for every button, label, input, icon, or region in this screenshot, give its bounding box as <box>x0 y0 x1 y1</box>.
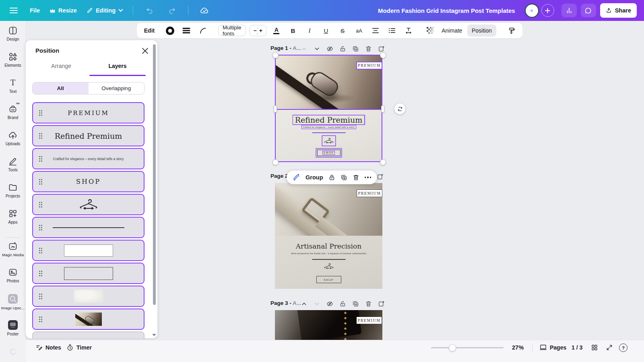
animate-button[interactable]: Animate <box>446 25 458 36</box>
layer-item-line-shape[interactable] <box>32 217 144 238</box>
page-1-label[interactable]: Page 1 - A... <box>270 45 301 51</box>
layer-item-caption-text[interactable]: Crafted for elegance – every detail tell… <box>32 148 144 169</box>
page-1-canvas[interactable]: PREMIUM Refined Premium Crafted for eleg… <box>275 55 382 162</box>
page-3-canvas[interactable]: PREMIUM <box>275 310 382 340</box>
text-case-button[interactable]: aA <box>353 25 365 36</box>
sidebar-item-elements[interactable]: Elements <box>0 52 26 68</box>
pages-button[interactable]: Pages <box>539 344 566 351</box>
italic-button[interactable]: I <box>303 25 316 36</box>
grid-view-button[interactable] <box>591 344 598 351</box>
duplicate-selection-button[interactable] <box>341 174 347 181</box>
page-1-subheading[interactable]: Crafted for elegance – every detail tell… <box>301 125 355 129</box>
layer-item-shop-text[interactable]: SHOP <box>32 171 144 192</box>
text-spacing-button[interactable] <box>402 25 415 36</box>
zoom-percentage[interactable]: 27% <box>512 344 524 351</box>
cloud-save-status[interactable] <box>198 5 211 16</box>
add-page-button[interactable] <box>378 300 385 307</box>
duplicate-page-button[interactable] <box>352 300 359 307</box>
strikethrough-button[interactable]: S <box>336 25 349 36</box>
page-2-divider-line[interactable] <box>312 259 345 260</box>
layer-item-paper-texture[interactable] <box>32 286 144 307</box>
tab-arrange[interactable]: Arrange <box>33 63 89 69</box>
help-button[interactable]: ? <box>619 343 627 352</box>
redo-button[interactable] <box>165 5 178 16</box>
group-button[interactable]: Group <box>305 174 323 181</box>
panel-scrollbar[interactable] <box>153 44 156 305</box>
layer-item-partial[interactable] <box>32 331 144 338</box>
resize-button[interactable]: Resize <box>50 7 77 14</box>
bold-button[interactable]: B <box>287 25 299 36</box>
page-1-heading[interactable]: Refined Premium <box>293 115 364 124</box>
sidebar-item-projects[interactable]: Projects <box>0 183 26 198</box>
add-page-button[interactable] <box>378 45 385 52</box>
font-size-increase[interactable]: + <box>259 27 262 34</box>
sidebar-item-image-upscaler[interactable]: Image Upsc... <box>0 294 26 310</box>
hamburger-menu-button[interactable] <box>7 5 20 16</box>
transparency-button[interactable] <box>424 25 437 36</box>
layer-item-refined-premium-text[interactable]: Refined Premium <box>32 125 144 146</box>
line-curve-button[interactable] <box>196 25 209 36</box>
sidebar-item-design[interactable]: Design <box>0 26 26 41</box>
roller-styles-button[interactable] <box>505 25 518 36</box>
duplicate-page-button[interactable] <box>352 45 359 52</box>
page-1-premium-badge[interactable]: PREMIUM <box>357 62 382 69</box>
lock-selection-button[interactable] <box>328 174 335 181</box>
font-family-select[interactable]: Multiple fonts <box>218 25 246 36</box>
stroke-weight-button[interactable] <box>180 25 193 36</box>
magic-edit-icon[interactable] <box>292 173 300 181</box>
fullscreen-button[interactable] <box>606 344 613 351</box>
scroll-down-icon[interactable] <box>152 333 156 337</box>
hide-page-button[interactable] <box>326 300 333 307</box>
layer-item-premium-text[interactable]: PREMIUM <box>32 102 144 123</box>
text-color-button[interactable]: A <box>270 25 283 36</box>
font-size-decrease[interactable]: − <box>254 27 257 34</box>
more-options-button[interactable] <box>365 177 372 178</box>
color-swatch-button[interactable] <box>163 25 176 36</box>
tab-layers[interactable]: Layers <box>89 63 146 69</box>
edit-image-button[interactable]: Edit <box>142 25 155 36</box>
add-member-button[interactable] <box>541 4 554 17</box>
page-2-shop-button[interactable]: SHOP <box>316 276 341 283</box>
close-panel-button[interactable] <box>140 45 150 56</box>
notes-button[interactable]: Notes <box>35 344 61 351</box>
add-page-button[interactable] <box>377 173 384 180</box>
resize-handle-right[interactable] <box>381 105 384 113</box>
position-button[interactable]: Position <box>467 25 496 37</box>
move-down-button[interactable] <box>314 300 320 307</box>
document-title[interactable]: Modern Fashion Grid Instagram Post Templ… <box>378 7 515 14</box>
page-2-subheading[interactable]: Short perspective line buckle lock – a s… <box>291 252 366 255</box>
sidebar-item-uploads[interactable]: Uploads <box>0 130 26 146</box>
file-menu[interactable]: File <box>30 7 40 14</box>
layer-item-white-rectangle[interactable] <box>32 240 144 261</box>
resize-handle-bottom-left[interactable] <box>272 159 279 165</box>
avatar[interactable]: C <box>525 4 539 18</box>
comments-button[interactable] <box>581 4 596 17</box>
underline-button[interactable]: U <box>320 25 332 36</box>
editing-mode-dropdown[interactable]: Editing <box>87 7 123 14</box>
page-1-shop-button[interactable]: SHOP <box>316 149 341 157</box>
page-2-canvas[interactable]: PREMIUM Artisanal Precision Short perspe… <box>275 183 382 289</box>
sidebar-item-magic-media[interactable]: Magic Media <box>0 241 26 257</box>
page-1-divider-line[interactable] <box>312 132 345 133</box>
sidebar-item-photos[interactable]: Photos <box>0 267 26 283</box>
zoom-slider-thumb[interactable] <box>449 344 456 352</box>
resize-handle-top-right[interactable] <box>380 52 386 58</box>
page-2-hanger[interactable] <box>324 263 334 269</box>
layer-item-outline-rectangle[interactable] <box>32 263 144 284</box>
sidebar-item-apps[interactable]: Apps <box>0 209 26 224</box>
text-align-button[interactable] <box>369 25 382 36</box>
page-3-label[interactable]: Page 3 - A... <box>270 300 301 306</box>
move-up-button[interactable] <box>301 45 308 52</box>
page-1-hanger[interactable] <box>322 136 335 146</box>
resize-handle-top-left[interactable] <box>272 52 279 58</box>
sidebar-item-poster[interactable]: Poster <box>0 320 26 336</box>
filter-overlapping[interactable]: Overlapping <box>89 82 144 94</box>
sidebar-item-tools[interactable]: Tools <box>0 156 26 172</box>
layer-item-hanger-graphic[interactable] <box>32 194 144 215</box>
list-button[interactable] <box>386 25 398 36</box>
page-2-heading[interactable]: Artisanal Precision <box>296 242 361 250</box>
undo-button[interactable] <box>143 5 156 16</box>
sidebar-item-brand[interactable]: co Brand <box>0 104 26 120</box>
resize-handle-bottom-right[interactable] <box>380 159 386 165</box>
rotate-button[interactable] <box>394 103 405 114</box>
